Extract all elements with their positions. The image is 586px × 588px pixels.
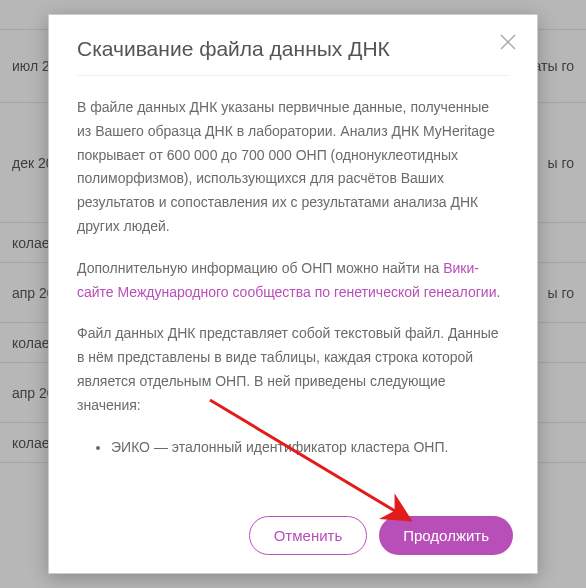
close-icon bbox=[499, 33, 517, 51]
cancel-button[interactable]: Отменить bbox=[249, 516, 368, 555]
modal-header: Скачивание файла данных ДНК bbox=[49, 15, 537, 75]
modal-body-wrap: В файле данных ДНК указаны первичные дан… bbox=[49, 76, 537, 502]
paragraph-2: Дополнительную информацию об ОНП можно н… bbox=[77, 257, 507, 305]
continue-button[interactable]: Продолжить bbox=[379, 516, 513, 555]
paragraph-1: В файле данных ДНК указаны первичные дан… bbox=[77, 96, 507, 239]
p2-prefix: Дополнительную информацию об ОНП можно н… bbox=[77, 260, 443, 276]
modal-footer: Отменить Продолжить bbox=[49, 502, 537, 573]
bullet-list: ЭИКО — эталонный идентификатор кластера … bbox=[77, 436, 507, 460]
bullet-item: ЭИКО — эталонный идентификатор кластера … bbox=[111, 436, 507, 460]
modal-body[interactable]: В файле данных ДНК указаны первичные дан… bbox=[77, 96, 529, 492]
modal-title: Скачивание файла данных ДНК bbox=[77, 37, 509, 61]
p2-suffix: . bbox=[496, 284, 500, 300]
paragraph-3: Файл данных ДНК представляет собой текст… bbox=[77, 322, 507, 417]
close-button[interactable] bbox=[499, 33, 517, 51]
download-dna-modal: Скачивание файла данных ДНК В файле данн… bbox=[48, 14, 538, 574]
